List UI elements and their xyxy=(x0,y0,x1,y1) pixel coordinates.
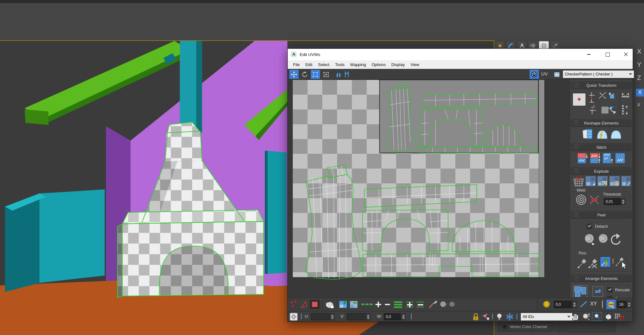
material-id-value: All IDs xyxy=(523,315,534,319)
reshape-icons[interactable] xyxy=(582,128,621,140)
subobject-mode-icons[interactable] xyxy=(290,300,456,309)
collapse-icon[interactable]: - xyxy=(574,276,579,281)
shrink-ring-icon xyxy=(417,301,424,308)
snap-toggle-icon[interactable] xyxy=(614,312,624,321)
v-arrows[interactable] xyxy=(366,313,370,320)
edge-mode-icon xyxy=(302,301,307,307)
menu-view[interactable]: View xyxy=(408,62,422,67)
weld-icons[interactable] xyxy=(575,194,601,206)
uv-canvas[interactable] xyxy=(288,80,570,298)
pivot-quick-button[interactable]: + xyxy=(573,93,586,106)
rollout-explode[interactable]: - Explode xyxy=(571,167,631,175)
menu-options[interactable]: Options xyxy=(369,62,389,67)
rotate-tool-button[interactable] xyxy=(300,70,310,79)
rollout-arrange-elements[interactable]: - Arrange Elements xyxy=(571,275,631,282)
peel-icons[interactable] xyxy=(584,232,621,247)
maximize-button[interactable] xyxy=(601,49,614,60)
edge-label-x-active[interactable]: X xyxy=(636,89,644,97)
teal-wall-edge[interactable] xyxy=(265,151,268,274)
menu-edit[interactable]: Edit xyxy=(303,62,315,67)
edge-distance-button[interactable] xyxy=(606,299,616,310)
mirror-u-icon xyxy=(336,71,342,78)
freeform-icon xyxy=(323,71,329,78)
application-window: Vertex Color Channel X Y Z X X Edit UVWs xyxy=(0,0,644,335)
teal-box-front[interactable] xyxy=(39,189,105,283)
zoom-icon[interactable] xyxy=(581,312,591,321)
list-options-icon xyxy=(554,72,560,77)
uv-islands-large[interactable] xyxy=(305,165,539,280)
collapse-icon[interactable]: - xyxy=(574,120,579,125)
pan-hand-icon[interactable] xyxy=(571,312,580,321)
zoom-region-button[interactable] xyxy=(592,312,602,321)
pin-select-icon[interactable] xyxy=(616,257,627,269)
falloff-curve-icon[interactable] xyxy=(580,300,588,308)
freeze-snowflake-icon[interactable] xyxy=(505,312,514,321)
uv-space-selector[interactable]: UV xyxy=(541,71,548,76)
menu-select[interactable]: Select xyxy=(315,62,332,67)
falloff-space-selector[interactable]: XY xyxy=(590,301,597,307)
menu-file[interactable]: File xyxy=(290,62,303,67)
motion-wheel-icon xyxy=(530,43,536,48)
rescale-checkbox[interactable] xyxy=(607,287,613,293)
stitch-icons[interactable] xyxy=(577,152,626,165)
collapse-icon[interactable]: - xyxy=(574,145,579,149)
rollout-quick-transform[interactable]: - Quick Transform xyxy=(571,81,631,89)
zoom-extents-icon[interactable] xyxy=(603,312,613,321)
edge-axis-strip: X Y Z X X xyxy=(635,43,644,176)
vertex-color-rollout[interactable]: Vertex Color Channel xyxy=(498,322,554,332)
pin-icons[interactable] xyxy=(577,257,598,269)
mirror-v-button[interactable] xyxy=(342,70,351,79)
soft-selection-icon[interactable] xyxy=(543,301,550,308)
close-button[interactable] xyxy=(619,49,633,60)
material-id-dropdown[interactable]: All IDs xyxy=(520,313,573,321)
uv-islands xyxy=(288,80,570,298)
display-cube-icon xyxy=(541,43,547,48)
scale-tool-button[interactable] xyxy=(310,70,320,79)
w-arrows[interactable] xyxy=(401,313,406,320)
u-arrows[interactable] xyxy=(330,313,335,320)
menu-mapping[interactable]: Mapping xyxy=(347,62,369,67)
freeform-tool-button[interactable] xyxy=(321,70,331,79)
menu-display[interactable]: Display xyxy=(389,62,408,67)
quick-transform-icons[interactable] xyxy=(588,90,629,117)
show-map-button[interactable] xyxy=(529,70,539,79)
quick-pin-button[interactable] xyxy=(600,257,611,267)
collapse-icon[interactable]: - xyxy=(574,212,579,217)
threshold-spinner-arrows[interactable] xyxy=(621,198,625,205)
maximize-icon xyxy=(606,53,610,57)
rollout-peel[interactable]: - Peel xyxy=(571,211,631,219)
uv-islands-small[interactable] xyxy=(386,82,538,153)
minimize-button[interactable] xyxy=(582,49,596,60)
move-tool-button[interactable] xyxy=(289,70,299,79)
collapse-icon[interactable]: - xyxy=(574,169,579,173)
dialog-titlebar[interactable]: Edit UVWs xyxy=(288,49,633,60)
roof-beam-end[interactable] xyxy=(25,109,48,125)
soft-selection-divider xyxy=(537,298,537,311)
hierarchy-icon xyxy=(519,43,525,48)
threshold-spinner[interactable]: 0,01 xyxy=(604,198,623,205)
uv-options-button[interactable] xyxy=(552,70,561,79)
v-label: V: xyxy=(341,314,344,319)
mirror-u-button[interactable] xyxy=(334,70,343,79)
show-hidden-icon[interactable] xyxy=(496,313,503,321)
pack-normalize-icon[interactable] xyxy=(592,286,603,297)
dialog-statusbar: U: V: W: 0,0 xyxy=(288,311,633,321)
explode-icons[interactable] xyxy=(573,175,630,188)
teal-wall[interactable] xyxy=(268,151,286,274)
detach-checkbox[interactable] xyxy=(587,224,592,229)
status-separator-1 xyxy=(301,314,302,319)
panel-stub-3 xyxy=(567,322,615,332)
vertex-color-radio[interactable] xyxy=(502,325,507,329)
rollout-reshape-elements[interactable]: - Reshape Elements xyxy=(571,119,631,127)
edge-distance-arrows[interactable] xyxy=(627,301,631,308)
menu-tools[interactable]: Tools xyxy=(332,62,347,67)
absolute-mode-icon[interactable] xyxy=(290,313,298,321)
rollout-stitch[interactable]: - Stitch xyxy=(571,143,631,151)
paint-select-icon xyxy=(440,301,447,307)
texture-dropdown[interactable]: CheckerPattern ( Checker ) xyxy=(563,70,634,78)
lock-selection-icon[interactable] xyxy=(472,313,480,321)
soft-selection-arrows[interactable] xyxy=(572,301,577,308)
collapse-icon[interactable]: - xyxy=(574,83,579,87)
filter-selected-faces-icon[interactable] xyxy=(481,313,490,321)
detach-label: Detach xyxy=(595,224,608,229)
